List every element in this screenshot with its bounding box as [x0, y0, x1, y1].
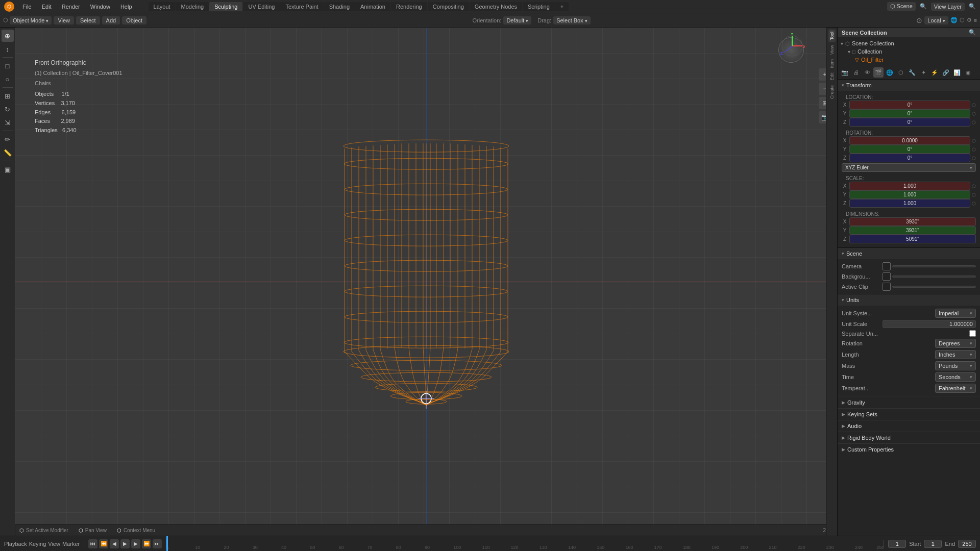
select-menu-btn[interactable]: Select: [76, 16, 100, 24]
proportional-icon[interactable]: ⊙: [916, 16, 922, 24]
scale-z-copy-icon[interactable]: ⬡: [972, 201, 976, 206]
tab-add[interactable]: +: [555, 2, 569, 11]
transform-tool[interactable]: ⊞: [2, 90, 14, 102]
keying-menu[interactable]: Keying: [29, 541, 46, 547]
location-z-field[interactable]: 0°: [849, 118, 970, 127]
rotation-x-field[interactable]: 0.0000: [849, 136, 970, 145]
rotation-units-dropdown[interactable]: Degrees: [935, 339, 976, 348]
add-cube-tool[interactable]: ▣: [2, 163, 14, 176]
temperature-dropdown[interactable]: Fahrenheit: [935, 384, 976, 393]
add-menu-btn[interactable]: Add: [102, 16, 120, 24]
length-dropdown[interactable]: Inches: [935, 350, 976, 359]
unit-system-dropdown[interactable]: Imperial: [935, 309, 976, 318]
select-box-tool[interactable]: □: [2, 60, 14, 72]
viewport-icon1[interactable]: ⬡: [960, 17, 965, 23]
tab-rendering[interactable]: Rendering: [391, 2, 427, 11]
dim-x-field[interactable]: 3930": [849, 217, 976, 226]
vtab-tool[interactable]: Tool: [828, 30, 836, 42]
current-frame-input[interactable]: 1: [888, 540, 906, 548]
tab-modeling[interactable]: Modeling: [176, 2, 209, 11]
rotation-mode-dropdown[interactable]: XYZ Euler: [842, 163, 976, 172]
rigid-body-world-header[interactable]: ▶ Rigid Body World: [838, 432, 980, 443]
jump-start-btn[interactable]: ⏮: [88, 539, 97, 548]
select-circle-tool[interactable]: ○: [2, 73, 14, 85]
scale-y-field[interactable]: 1.000: [849, 190, 970, 199]
step-back-btn[interactable]: ⏪: [99, 539, 108, 548]
tab-texture-paint[interactable]: Texture Paint: [280, 2, 323, 11]
keying-sets-header[interactable]: ▶ Keying Sets: [838, 409, 980, 420]
step-forward-btn[interactable]: ⏩: [142, 539, 151, 548]
tab-scripting[interactable]: Scripting: [523, 2, 555, 11]
start-frame-input[interactable]: 1: [924, 540, 942, 548]
audio-header[interactable]: ▶ Audio: [838, 420, 980, 432]
rotate-tool[interactable]: ↻: [2, 103, 14, 115]
viewport-icon3[interactable]: ≡: [974, 17, 977, 23]
mode-dropdown[interactable]: Object Mode: [10, 16, 52, 24]
tab-sculpting[interactable]: Sculpting: [209, 2, 242, 11]
prop-tab-data[interactable]: 📊: [952, 67, 962, 78]
scene-section-header[interactable]: ▾ Scene: [838, 248, 980, 259]
prop-tab-view-layer[interactable]: 👁: [862, 67, 872, 78]
object-item[interactable]: ▽ Oil_Filter: [841, 56, 977, 64]
time-dropdown[interactable]: Seconds: [935, 372, 976, 382]
prop-tab-render[interactable]: 📷: [840, 67, 850, 78]
search-icon[interactable]: 🔍: [969, 3, 976, 10]
vtab-view[interactable]: View: [828, 43, 836, 57]
play-btn[interactable]: ▶: [120, 539, 130, 548]
prop-tab-output[interactable]: 🖨: [851, 67, 861, 78]
menu-window[interactable]: Window: [86, 3, 114, 11]
scene-collection-item[interactable]: ▾ ⬡ Scene Collection: [841, 39, 977, 47]
object-menu-btn[interactable]: Object: [122, 16, 146, 24]
menu-file[interactable]: File: [18, 3, 36, 11]
prop-tab-constraint[interactable]: 🔗: [941, 67, 951, 78]
tab-geometry-nodes[interactable]: Geometry Nodes: [470, 2, 522, 11]
dim-y-field[interactable]: 3931": [849, 226, 976, 235]
unit-scale-field[interactable]: 1.000000: [883, 320, 976, 328]
tab-animation[interactable]: Animation: [355, 2, 390, 11]
units-section-header[interactable]: ▾ Units: [838, 294, 980, 306]
view-layer-selector[interactable]: View Layer: [931, 3, 965, 11]
tab-layout[interactable]: Layout: [149, 2, 176, 11]
custom-properties-header[interactable]: ▶ Custom Properties: [838, 444, 980, 455]
tab-uv-editing[interactable]: UV Editing: [243, 2, 280, 11]
viewport-icon2[interactable]: ⚙: [967, 17, 972, 23]
scene-selector[interactable]: 🔍: [920, 3, 927, 10]
prop-tab-object[interactable]: ⬡: [896, 67, 906, 78]
measure-tool[interactable]: 📏: [2, 146, 14, 159]
vtab-create[interactable]: Create: [828, 83, 836, 101]
mass-dropdown[interactable]: Pounds: [935, 361, 976, 370]
rotation-y-field[interactable]: 0°: [849, 145, 970, 154]
viewport-shading-dropdown[interactable]: Local: [924, 16, 948, 24]
background-value-field[interactable]: [892, 276, 976, 278]
view-menu[interactable]: View: [48, 541, 60, 547]
location-y-field[interactable]: 0°: [849, 109, 970, 118]
transform-header[interactable]: ▾ Transform: [838, 80, 980, 91]
dim-z-field[interactable]: 5091": [849, 235, 976, 243]
cursor-tool[interactable]: ⊕: [2, 30, 14, 42]
location-z-copy-icon[interactable]: ⬡: [972, 120, 976, 125]
scale-tool[interactable]: ⇲: [2, 116, 14, 129]
jump-end-btn[interactable]: ⏭: [153, 539, 162, 548]
rotation-z-field[interactable]: 0°: [849, 154, 970, 162]
prev-keyframe-btn[interactable]: ◀: [110, 539, 119, 548]
vtab-edit[interactable]: Edit: [828, 70, 836, 83]
outliner-search-icon[interactable]: 🔍: [969, 29, 976, 36]
menu-render[interactable]: Render: [58, 3, 84, 11]
collection-item[interactable]: ▾ □ Collection: [841, 47, 977, 56]
background-swatch[interactable]: [883, 272, 891, 281]
scale-y-copy-icon[interactable]: ⬡: [972, 192, 976, 197]
location-y-copy-icon[interactable]: ⬡: [972, 111, 976, 116]
location-x-field[interactable]: 0°: [849, 101, 970, 109]
drag-dropdown[interactable]: Select Box: [553, 16, 591, 24]
vtab-item[interactable]: Item: [828, 57, 836, 70]
prop-tab-scene[interactable]: 🎬: [873, 67, 884, 78]
annotate-tool[interactable]: ✏: [2, 133, 14, 145]
orientation-dropdown[interactable]: Default: [503, 16, 531, 24]
end-frame-input[interactable]: 250: [958, 540, 976, 548]
active-clip-value-field[interactable]: [892, 286, 976, 288]
tab-shading[interactable]: Shading: [324, 2, 355, 11]
viewport[interactable]: Front Orthographic (1) Collection | Oil_…: [15, 28, 837, 536]
menu-edit[interactable]: Edit: [38, 3, 56, 11]
engine-selector[interactable]: ⬡ Scene: [887, 2, 916, 11]
scale-x-field[interactable]: 1.000: [849, 182, 970, 190]
